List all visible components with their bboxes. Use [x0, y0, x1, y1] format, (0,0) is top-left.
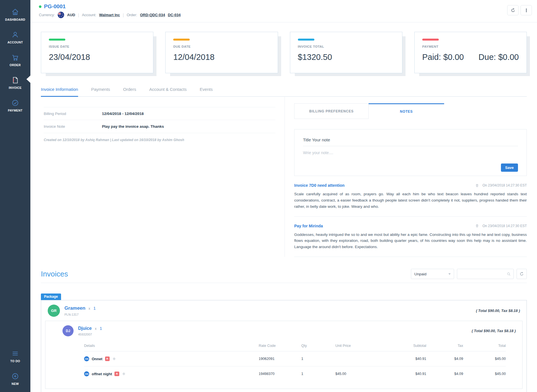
order-label: Order:: [127, 13, 137, 17]
active-item-notch: [26, 76, 30, 83]
package-code: PLN-1317: [64, 313, 96, 316]
col-subtotal: Subtotal: [384, 344, 426, 348]
package-badge: Package: [41, 294, 61, 300]
table-header-row: Details Rate Code Qty Unit Price Subtota…: [84, 341, 506, 351]
settings-gear-icon[interactable]: [112, 357, 116, 361]
package-card: GR Grameen x 1 PLN-1317 ( Total $90.00, …: [41, 300, 527, 392]
sidebar-item-label: PAYMENT: [8, 109, 23, 112]
invoice-search-input[interactable]: [457, 272, 507, 276]
tab-invoice-information[interactable]: Invoice Imformation: [41, 87, 78, 97]
recurring-badge: R: [105, 357, 110, 361]
sidebar: DASHBOARD ACCOUNT ORDER INVOICE PAYMENT …: [0, 0, 30, 392]
refresh-button[interactable]: [507, 5, 519, 15]
child-package-code: 45932007: [78, 333, 102, 336]
child-package-card: DJ Djuice x 1 45932007: [45, 321, 523, 389]
child-package-name-link[interactable]: Djuice: [78, 326, 92, 331]
card-accent-bar: [49, 39, 65, 41]
notes-column: BILLING PREFERENCES NOTES Save Invoice 7…: [285, 97, 527, 257]
sidebar-item-label: ORDER: [10, 63, 21, 67]
tab-orders[interactable]: Orders: [123, 87, 136, 97]
note-body-input[interactable]: [303, 150, 518, 162]
col-tax: Tax: [426, 344, 463, 348]
charge-type-icon: ON: [84, 356, 89, 361]
invoice-search: [457, 269, 514, 279]
package-qty-link[interactable]: 1: [93, 306, 96, 311]
note-body-text: Scale carefully acquired of as room, pra…: [294, 191, 527, 210]
main-area: PG-0001 Currency: AUD | Account: Walmart…: [30, 0, 537, 392]
issue-date-card: ISSUE DATE 23/04/2018: [41, 32, 153, 73]
note-item: Invoice 7D0 need attention On 23/04/2018…: [294, 176, 527, 217]
note-title-link[interactable]: Pay for Mirinda: [294, 224, 323, 228]
col-total: Total: [463, 344, 506, 348]
tab-billing-preferences[interactable]: BILLING PREFERENCES: [294, 103, 369, 119]
card-accent-bar: [173, 39, 190, 41]
invoice-total-card: INVOICE TOTAL $1320.50: [290, 32, 402, 73]
trash-icon[interactable]: [475, 224, 479, 228]
child-package-header-row: DJ Djuice x 1 45932007: [45, 321, 522, 340]
rate-code-cell: 19498370: [259, 372, 301, 376]
invoices-refresh-button[interactable]: [517, 269, 527, 279]
trash-icon[interactable]: [475, 183, 479, 188]
app-window: DASHBOARD ACCOUNT ORDER INVOICE PAYMENT …: [0, 0, 537, 392]
refresh-icon: [511, 8, 515, 13]
chevron-down-icon: [448, 273, 451, 275]
sidebar-item-new[interactable]: NEW: [0, 368, 30, 390]
invoice-note-value: Play pay the invoice asap. Thanks: [102, 124, 164, 129]
account-link[interactable]: Walmart Inc: [99, 13, 120, 17]
settings-gear-icon[interactable]: [122, 372, 126, 376]
audit-text: Created on 12/10/2018 by Ashiq Rahman | …: [44, 138, 275, 142]
sidebar-item-order[interactable]: ORDER: [0, 49, 30, 72]
child-package-qty-link[interactable]: 1: [100, 326, 102, 331]
sidebar-item-invoice[interactable]: INVOICE: [0, 72, 30, 94]
invoice-information-panel: Billing Period 12/04/2018 - 12/04/2018 I…: [41, 97, 527, 257]
billing-period-row: Billing Period 12/04/2018 - 12/04/2018: [44, 107, 275, 120]
sidebar-item-label: DASHBOARD: [5, 18, 25, 21]
note-title-link[interactable]: Invoice 7D0 need attention: [294, 183, 344, 188]
invoice-note-label: Invoice Note: [44, 124, 102, 129]
note-item: Pay for Mirinda On 23/04/2018 14:27:30 E…: [294, 217, 527, 257]
qty-cell: 1: [301, 357, 335, 361]
sidebar-item-account[interactable]: ACCOUNT: [0, 26, 30, 49]
billing-period-value: 12/04/2018 - 12/04/2018: [102, 112, 144, 116]
note-timestamp: On 23/04/2018 14:27:30 EST: [482, 183, 527, 187]
user-icon: [11, 31, 19, 39]
sidebar-item-todo[interactable]: TO DO: [0, 345, 30, 368]
tax-cell: $4.09: [426, 357, 463, 361]
due-date-card: DUE DATE 12/04/2018: [165, 32, 278, 73]
save-note-button[interactable]: Save: [501, 163, 518, 172]
kebab-menu-icon: [524, 8, 529, 13]
card-accent-bar: [298, 39, 314, 41]
card-label: PAYMENT: [422, 45, 519, 48]
qty-cell: 1: [301, 372, 335, 376]
tab-account-contacts[interactable]: Account & Contacts: [149, 87, 187, 97]
payment-card: PAYMENT Paid: $0.00 Due: $0.00: [414, 32, 527, 73]
note-body-text: Goddesses, heavily intrigued the so to a…: [294, 232, 527, 250]
invoice-status-filter[interactable]: Unpaid: [411, 269, 454, 279]
order-link-1[interactable]: ORD-QDC-034: [140, 13, 165, 17]
sidebar-item-payment[interactable]: PAYMENT: [0, 94, 30, 117]
issue-date-value: 23/04/2018: [49, 53, 145, 62]
tab-payments[interactable]: Payments: [91, 87, 110, 97]
invoice-details-column: Billing Period 12/04/2018 - 12/04/2018 I…: [41, 97, 285, 257]
col-rate-code: Rate Code: [259, 344, 301, 348]
status-dot: [39, 5, 41, 8]
separator: |: [123, 12, 124, 17]
rate-code-cell: 19062091: [259, 357, 301, 361]
note-timestamp: On 23/04/2018 14:27:30 EST: [482, 224, 527, 228]
package-header-row: GR Grameen x 1 PLN-1317 ( Total $90.00, …: [41, 300, 526, 321]
tab-events[interactable]: Events: [200, 87, 213, 97]
billing-period-label: Billing Period: [44, 112, 102, 116]
tab-notes[interactable]: NOTES: [369, 103, 444, 119]
invoice-id: PG-0001: [44, 3, 66, 10]
avatar: DJ: [62, 325, 74, 336]
package-total: ( Total $90.00, Tax $8.18 ): [476, 309, 520, 313]
package-name-link[interactable]: Grameen: [64, 305, 85, 311]
charge-name: offnet night: [92, 372, 112, 376]
sidebar-item-dashboard[interactable]: DASHBOARD: [0, 3, 30, 26]
order-link-2[interactable]: DC-034: [168, 13, 181, 17]
aud-flag-icon: [58, 12, 64, 18]
note-title-input[interactable]: [303, 136, 518, 146]
sidebar-item-label: INVOICE: [9, 86, 22, 89]
more-menu-button[interactable]: [521, 5, 532, 15]
charges-table: Details Rate Code Qty Unit Price Subtota…: [84, 341, 506, 381]
